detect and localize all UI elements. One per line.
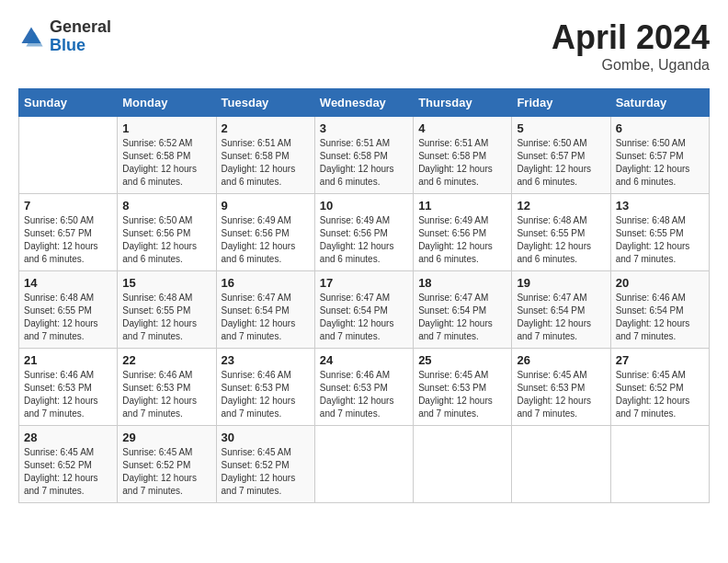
day-info: Sunrise: 6:45 AMSunset: 6:52 PMDaylight:… <box>616 369 704 420</box>
column-header-friday: Friday <box>512 89 610 117</box>
day-number: 7 <box>24 199 112 213</box>
calendar-cell: 4Sunrise: 6:51 AMSunset: 6:58 PMDaylight… <box>414 117 512 194</box>
calendar-table: SundayMondayTuesdayWednesdayThursdayFrid… <box>18 88 710 503</box>
day-number: 14 <box>24 276 112 290</box>
calendar-cell: 2Sunrise: 6:51 AMSunset: 6:58 PMDaylight… <box>216 117 314 194</box>
day-info: Sunrise: 6:46 AMSunset: 6:53 PMDaylight:… <box>24 369 112 420</box>
location-title: Gombe, Uganda <box>552 57 710 74</box>
calendar-cell: 23Sunrise: 6:46 AMSunset: 6:53 PMDayligh… <box>216 349 314 426</box>
day-info: Sunrise: 6:49 AMSunset: 6:56 PMDaylight:… <box>418 214 506 266</box>
day-info: Sunrise: 6:50 AMSunset: 6:57 PMDaylight:… <box>517 137 605 189</box>
calendar-cell: 5Sunrise: 6:50 AMSunset: 6:57 PMDaylight… <box>512 117 610 194</box>
calendar-cell: 6Sunrise: 6:50 AMSunset: 6:57 PMDaylight… <box>610 117 709 194</box>
calendar-cell: 12Sunrise: 6:48 AMSunset: 6:55 PMDayligh… <box>512 194 610 271</box>
column-header-sunday: Sunday <box>19 89 118 117</box>
day-info: Sunrise: 6:48 AMSunset: 6:55 PMDaylight:… <box>122 292 210 343</box>
calendar-cell: 25Sunrise: 6:45 AMSunset: 6:53 PMDayligh… <box>414 349 512 426</box>
day-number: 18 <box>418 276 506 290</box>
day-info: Sunrise: 6:50 AMSunset: 6:56 PMDaylight:… <box>122 214 210 266</box>
column-header-wednesday: Wednesday <box>314 89 413 117</box>
calendar-week-2: 7Sunrise: 6:50 AMSunset: 6:57 PMDaylight… <box>19 194 710 271</box>
day-number: 21 <box>24 353 112 367</box>
day-number: 20 <box>616 276 704 290</box>
day-number: 25 <box>418 353 506 367</box>
calendar-cell: 28Sunrise: 6:45 AMSunset: 6:52 PMDayligh… <box>19 426 118 503</box>
title-block: April 2024 Gombe, Uganda <box>552 18 710 74</box>
day-info: Sunrise: 6:51 AMSunset: 6:58 PMDaylight:… <box>222 137 310 189</box>
day-number: 30 <box>222 431 310 444</box>
calendar-cell <box>19 117 118 194</box>
day-info: Sunrise: 6:46 AMSunset: 6:54 PMDaylight:… <box>616 292 704 343</box>
calendar-cell: 3Sunrise: 6:51 AMSunset: 6:58 PMDaylight… <box>314 117 413 194</box>
day-number: 24 <box>320 353 408 367</box>
calendar-cell: 21Sunrise: 6:46 AMSunset: 6:53 PMDayligh… <box>19 349 118 426</box>
calendar-cell <box>512 426 610 503</box>
day-info: Sunrise: 6:51 AMSunset: 6:58 PMDaylight:… <box>418 137 506 189</box>
page-header: General Blue April 2024 Gombe, Uganda <box>18 18 710 74</box>
day-number: 8 <box>122 199 210 213</box>
column-header-thursday: Thursday <box>414 89 512 117</box>
calendar-cell: 27Sunrise: 6:45 AMSunset: 6:52 PMDayligh… <box>610 349 709 426</box>
calendar-cell: 1Sunrise: 6:52 AMSunset: 6:58 PMDaylight… <box>118 117 216 194</box>
logo-general-text: General <box>50 18 111 37</box>
day-info: Sunrise: 6:51 AMSunset: 6:58 PMDaylight:… <box>320 137 408 189</box>
calendar-body: 1Sunrise: 6:52 AMSunset: 6:58 PMDaylight… <box>19 117 710 503</box>
day-number: 2 <box>222 121 310 135</box>
calendar-cell: 11Sunrise: 6:49 AMSunset: 6:56 PMDayligh… <box>414 194 512 271</box>
day-number: 23 <box>222 353 310 367</box>
day-info: Sunrise: 6:47 AMSunset: 6:54 PMDaylight:… <box>222 292 310 343</box>
day-info: Sunrise: 6:46 AMSunset: 6:53 PMDaylight:… <box>320 369 408 420</box>
calendar-cell: 13Sunrise: 6:48 AMSunset: 6:55 PMDayligh… <box>610 194 709 271</box>
logo-icon <box>18 24 44 50</box>
logo: General Blue <box>18 18 111 55</box>
day-info: Sunrise: 6:49 AMSunset: 6:56 PMDaylight:… <box>320 214 408 266</box>
calendar-header-row: SundayMondayTuesdayWednesdayThursdayFrid… <box>19 89 710 117</box>
day-number: 10 <box>320 199 408 213</box>
calendar-cell <box>414 426 512 503</box>
day-info: Sunrise: 6:48 AMSunset: 6:55 PMDaylight:… <box>616 214 704 266</box>
calendar-cell: 18Sunrise: 6:47 AMSunset: 6:54 PMDayligh… <box>414 271 512 349</box>
day-info: Sunrise: 6:48 AMSunset: 6:55 PMDaylight:… <box>517 214 605 266</box>
day-number: 9 <box>222 199 310 213</box>
column-header-saturday: Saturday <box>610 89 709 117</box>
day-info: Sunrise: 6:50 AMSunset: 6:57 PMDaylight:… <box>24 214 112 266</box>
calendar-cell: 14Sunrise: 6:48 AMSunset: 6:55 PMDayligh… <box>19 271 118 349</box>
day-info: Sunrise: 6:47 AMSunset: 6:54 PMDaylight:… <box>320 292 408 343</box>
day-number: 4 <box>418 121 506 135</box>
day-info: Sunrise: 6:47 AMSunset: 6:54 PMDaylight:… <box>418 292 506 343</box>
logo-blue-text: Blue <box>50 37 111 55</box>
day-number: 22 <box>122 353 210 367</box>
calendar-cell: 17Sunrise: 6:47 AMSunset: 6:54 PMDayligh… <box>314 271 413 349</box>
calendar-week-3: 14Sunrise: 6:48 AMSunset: 6:55 PMDayligh… <box>19 271 710 349</box>
day-info: Sunrise: 6:47 AMSunset: 6:54 PMDaylight:… <box>517 292 605 343</box>
calendar-cell: 10Sunrise: 6:49 AMSunset: 6:56 PMDayligh… <box>314 194 413 271</box>
day-info: Sunrise: 6:45 AMSunset: 6:52 PMDaylight:… <box>122 446 210 498</box>
calendar-cell <box>314 426 413 503</box>
calendar-cell: 26Sunrise: 6:45 AMSunset: 6:53 PMDayligh… <box>512 349 610 426</box>
day-info: Sunrise: 6:52 AMSunset: 6:58 PMDaylight:… <box>122 137 210 189</box>
calendar-cell: 8Sunrise: 6:50 AMSunset: 6:56 PMDaylight… <box>118 194 216 271</box>
day-number: 1 <box>122 121 210 135</box>
calendar-cell: 24Sunrise: 6:46 AMSunset: 6:53 PMDayligh… <box>314 349 413 426</box>
day-number: 11 <box>418 199 506 213</box>
day-number: 13 <box>616 199 704 213</box>
day-number: 19 <box>517 276 605 290</box>
day-number: 28 <box>24 431 112 444</box>
day-info: Sunrise: 6:45 AMSunset: 6:53 PMDaylight:… <box>418 369 506 420</box>
day-number: 26 <box>517 353 605 367</box>
calendar-week-5: 28Sunrise: 6:45 AMSunset: 6:52 PMDayligh… <box>19 426 710 503</box>
logo-text: General Blue <box>50 18 111 55</box>
calendar-cell: 9Sunrise: 6:49 AMSunset: 6:56 PMDaylight… <box>216 194 314 271</box>
calendar-cell: 20Sunrise: 6:46 AMSunset: 6:54 PMDayligh… <box>610 271 709 349</box>
calendar-cell: 19Sunrise: 6:47 AMSunset: 6:54 PMDayligh… <box>512 271 610 349</box>
month-title: April 2024 <box>552 18 710 57</box>
column-header-tuesday: Tuesday <box>216 89 314 117</box>
calendar-week-1: 1Sunrise: 6:52 AMSunset: 6:58 PMDaylight… <box>19 117 710 194</box>
calendar-cell: 7Sunrise: 6:50 AMSunset: 6:57 PMDaylight… <box>19 194 118 271</box>
day-info: Sunrise: 6:50 AMSunset: 6:57 PMDaylight:… <box>616 137 704 189</box>
day-info: Sunrise: 6:45 AMSunset: 6:52 PMDaylight:… <box>24 446 112 498</box>
day-number: 15 <box>122 276 210 290</box>
calendar-cell <box>610 426 709 503</box>
day-number: 17 <box>320 276 408 290</box>
calendar-cell: 30Sunrise: 6:45 AMSunset: 6:52 PMDayligh… <box>216 426 314 503</box>
